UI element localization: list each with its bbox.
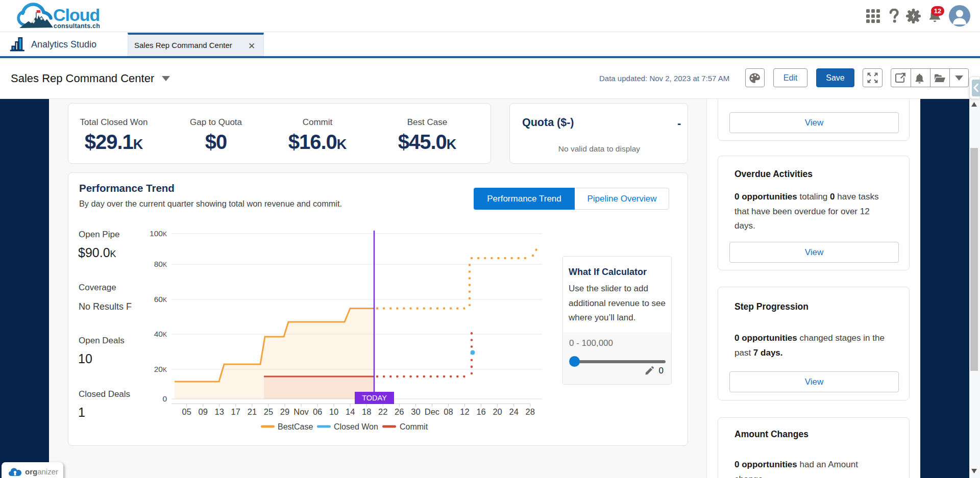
svg-text:25: 25 (264, 407, 273, 416)
svg-text:09: 09 (199, 407, 208, 416)
svg-text:20: 20 (493, 407, 502, 416)
svg-text:05: 05 (182, 407, 191, 416)
svg-text:08: 08 (444, 407, 453, 416)
svg-text:14: 14 (346, 407, 355, 416)
svg-text:26: 26 (395, 407, 404, 416)
svg-text:30: 30 (411, 407, 420, 416)
svg-text:Nov: Nov (293, 407, 309, 416)
svg-text:17: 17 (231, 407, 240, 416)
svg-text:28: 28 (526, 407, 535, 416)
svg-text:consultants.ch: consultants.ch (54, 22, 100, 30)
svg-text:Commit: Commit (400, 422, 428, 431)
svg-text:06: 06 (313, 407, 322, 416)
svg-text:13: 13 (215, 407, 224, 416)
svg-text:TODAY: TODAY (362, 394, 387, 402)
svg-text:16: 16 (476, 407, 485, 416)
svg-text:80K: 80K (154, 260, 167, 268)
svg-text:60K: 60K (154, 295, 167, 304)
svg-text:20K: 20K (154, 365, 167, 373)
svg-text:12: 12 (460, 407, 469, 416)
svg-text:29: 29 (280, 407, 289, 416)
svg-text:18: 18 (362, 407, 371, 416)
svg-text:24: 24 (509, 407, 519, 416)
svg-text:10: 10 (329, 407, 338, 416)
svg-text:22: 22 (378, 407, 387, 416)
svg-text:Cloud: Cloud (53, 5, 100, 24)
svg-text:BestCase: BestCase (278, 422, 313, 431)
svg-text:Dec: Dec (425, 407, 439, 416)
svg-text:100K: 100K (150, 229, 167, 238)
svg-text:0: 0 (162, 394, 167, 403)
svg-text:21: 21 (248, 407, 257, 416)
svg-text:40K: 40K (154, 330, 167, 338)
svg-text:Closed Won: Closed Won (334, 422, 378, 431)
